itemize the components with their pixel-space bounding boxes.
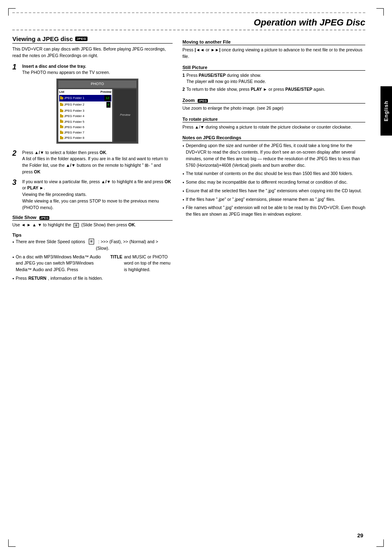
moving-body: Press |◄◄ or ►►| once during viewing a p… [182, 47, 365, 60]
zoom-section: Zoom JPEG Use zoom to enlarge the photo … [182, 98, 365, 112]
tip-item-2: Press RETURN, information of file is hid… [12, 275, 173, 282]
two-col-layout: Viewing a JPEG disc JPEG This DVD+VCR ca… [12, 35, 365, 284]
tip-item-1: On a disc with MP3/Windows Media™ Audio … [12, 254, 173, 273]
step2-content: Press ▲/▼ to select a folder then press … [22, 150, 173, 175]
folder-item-2: JPEG Folder 3 [59, 108, 111, 113]
photo-menu-list: List Preview JPEG Folder 1 12 [58, 89, 112, 142]
step-1: 1 Insert a disc and close the tray. The … [12, 63, 173, 146]
counter: 8 [106, 102, 111, 108]
photo-menu-header: List Preview [59, 90, 111, 94]
rotate-body: Press ▲/▼ during showing a picture to ro… [182, 124, 365, 131]
folder-icon [60, 97, 63, 99]
still-picture-heading: Still Picture [182, 65, 365, 71]
photo-menu-title: PHOTO [58, 81, 136, 88]
right-column: Moving to another File Press |◄◄ or ►►| … [182, 35, 365, 284]
slide-show-heading: Slide Show JPEG [12, 215, 173, 221]
folder-icon [60, 131, 63, 134]
photo-menu-inner: List Preview JPEG Folder 1 12 [58, 89, 136, 142]
step-3: 3 If you want to view a particular file,… [12, 179, 173, 211]
photo-preview-panel: Preview [114, 89, 136, 142]
page-number: 29 [357, 532, 363, 539]
folder-icon [60, 110, 63, 112]
note-item-3: Ensure that all the selected files have … [182, 188, 365, 194]
zoom-heading: Zoom JPEG [182, 98, 365, 104]
page-container: English Operation with JPEG Disc Viewing… [12, 12, 380, 543]
folder-item-1: JPEG Folder 2 8 [59, 101, 111, 108]
still-picture-content: 1 Press PAUSE/STEP during slide show.The… [182, 72, 365, 93]
tip-item-0: There are three Slide Speed options ⊞ : … [12, 239, 173, 252]
preview-label: Preview [101, 90, 111, 94]
folder-icon [60, 126, 63, 128]
folder-item-7: JPEG Folder 8 [59, 135, 111, 140]
notes-heading: Notes on JPEG Recordings [182, 135, 365, 141]
photo-menu-screenshot: PHOTO List Preview JPEG Folder 1 [56, 78, 138, 144]
slide-show-body: Use ◄ ► ▲ ▼ to highlight the ⊞ (Slide Sh… [12, 222, 173, 228]
slide-show-section: Slide Show JPEG Use ◄ ► ▲ ▼ to highlight… [12, 215, 173, 228]
tips-list: There are three Slide Speed options ⊞ : … [12, 239, 173, 282]
notes-list: Depending upon the size and number of th… [182, 143, 365, 218]
jpeg-badge-slideshow: JPEG [39, 216, 50, 220]
step-2: 2 Press ▲/▼ to select a folder then pres… [12, 150, 173, 175]
list-label: List [59, 90, 64, 94]
folder-item-4: JPEG Folder 5 [59, 119, 111, 124]
note-item-2: Some disc may be incompatible due to dif… [182, 179, 365, 186]
tips-heading: Tips [12, 233, 173, 237]
page-title: Operation with JPEG Disc [12, 12, 365, 30]
folder-icon [60, 137, 63, 139]
viewing-section-heading: Viewing a JPEG disc JPEG [12, 35, 173, 44]
notes-section: Notes on JPEG Recordings Depending upon … [182, 135, 365, 218]
counter: 12 [104, 95, 111, 101]
folder-item-5: JPEG Folder 6 [59, 124, 111, 130]
rotate-section: To rotate picture Press ▲/▼ during showi… [182, 117, 365, 131]
note-item-1: The total number of contents on the disc… [182, 170, 365, 177]
folder-icon [60, 104, 63, 106]
still-step2: 2 To return to the slide show, press PLA… [182, 86, 365, 93]
moving-section: Moving to another File Press |◄◄ or ►►| … [182, 39, 365, 60]
note-item-0: Depending upon the size and number of th… [182, 143, 365, 168]
folder-item-0: JPEG Folder 1 12 [59, 95, 111, 101]
still-step1: 1 Press PAUSE/STEP during slide show.The… [182, 72, 365, 85]
folder-icon [60, 115, 63, 117]
note-item-5: File names without ".jpg" extension will… [182, 205, 365, 218]
folder-item-6: JPEG Folder 7 [59, 130, 111, 135]
note-item-4: If the files have ".jpe" or ".jpeg" exte… [182, 196, 365, 203]
step1-title: Insert a disc and close the tray. [22, 64, 86, 69]
zoom-body: Use zoom to enlarge the photo image. (se… [182, 105, 365, 112]
language-tab: English [380, 86, 392, 136]
left-column: Viewing a JPEG disc JPEG This DVD+VCR ca… [12, 35, 173, 284]
step1-body: The PHOTO menu appears on the TV screen. [22, 70, 110, 75]
folder-icon [60, 120, 63, 123]
tips-section: Tips There are three Slide Speed options… [12, 233, 173, 282]
step3-content: If you want to view a particular file, p… [22, 179, 173, 211]
folder-item-3: JPEG Folder 4 [59, 113, 111, 119]
rotate-heading: To rotate picture [182, 117, 365, 122]
jpeg-badge-zoom: JPEG [198, 99, 208, 103]
jpeg-badge-viewing: JPEG [75, 37, 87, 41]
moving-heading: Moving to another File [182, 39, 365, 45]
intro-text: This DVD+VCR can play discs with JPEG fi… [12, 46, 173, 59]
still-picture-section: Still Picture 1 Press PAUSE/STEP during … [182, 65, 365, 93]
